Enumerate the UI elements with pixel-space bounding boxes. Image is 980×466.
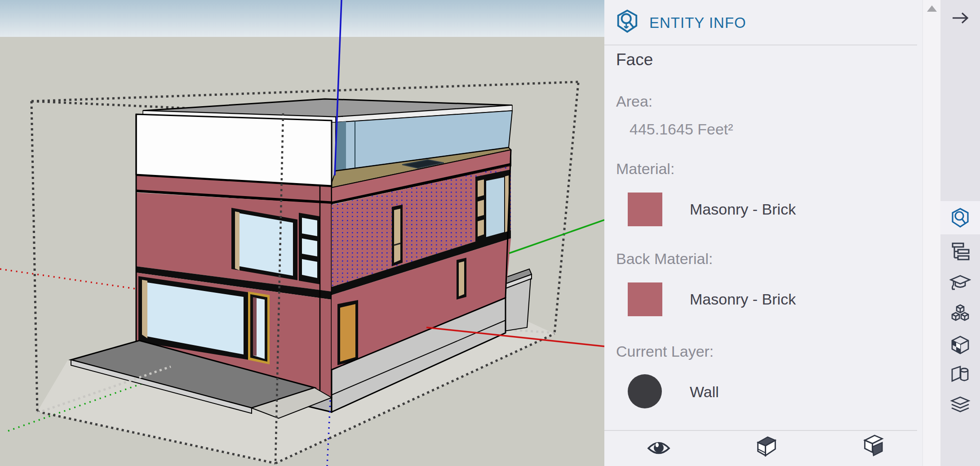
toolbar-components[interactable] [940,297,980,330]
layer-swatch[interactable] [628,374,662,408]
entity-info-icon [615,9,639,33]
toolbar-entity-info[interactable] [940,201,980,234]
entity-type: Face [616,50,653,69]
area-label: Area: [616,93,652,110]
parapet-wall [136,114,332,186]
back-face-cube-icon[interactable] [860,433,887,459]
collapse-panel-arrow-icon[interactable] [949,7,971,29]
toolbar-layers[interactable] [940,390,980,423]
back-material-swatch[interactable] [628,282,662,316]
visibility-eye-icon[interactable] [646,436,672,462]
material-value: Masonry - Brick [690,201,796,218]
app-window: ENTITY INFO Face Area: 445.1645 Feet² Ma… [0,0,980,466]
panel-scrollbar[interactable] [922,0,941,466]
front-face-cube-icon[interactable] [754,433,780,459]
toolbar-styles[interactable] [940,358,980,391]
layer-value: Wall [690,383,719,401]
footer-divider [604,430,917,431]
model-viewport[interactable] [0,0,604,466]
material-swatch[interactable] [628,193,662,226]
toolbar-instructor[interactable] [940,265,980,299]
toolbar-outliner[interactable] [940,235,980,268]
entity-info-panel: ENTITY INFO Face Area: 445.1645 Feet² Ma… [604,0,922,466]
header-divider [604,45,917,45]
scroll-up-arrow[interactable] [927,5,937,12]
right-toolbar [940,0,980,466]
area-value: 445.1645 Feet² [630,121,733,138]
panel-title: ENTITY INFO [649,14,746,31]
layer-label: Current Layer: [616,343,714,360]
back-material-value: Masonry - Brick [690,291,796,308]
material-label: Material: [616,160,674,178]
toolbar-materials[interactable] [940,328,980,362]
back-material-label: Back Material: [616,250,713,268]
sky [0,0,604,37]
